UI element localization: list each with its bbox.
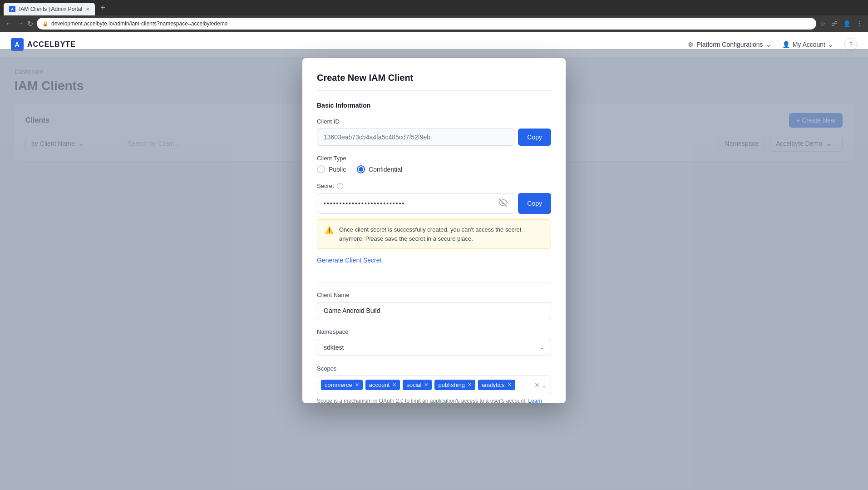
my-account-chevron: ⌄	[828, 41, 833, 48]
radio-public-label: Public	[329, 166, 346, 172]
gear-icon: ⚙	[688, 41, 694, 48]
logo-text: ACCELBYTE	[27, 40, 76, 49]
tab-title: IAM Clients | Admin Portal	[19, 6, 82, 12]
platform-configs-btn[interactable]: ⚙ Platform Configurations ⌄	[688, 41, 771, 48]
user-icon: 👤	[782, 41, 790, 48]
new-tab-btn[interactable]: +	[97, 3, 109, 13]
platform-configs-chevron: ⌄	[766, 41, 771, 48]
tab-close-icon[interactable]: ✕	[86, 7, 89, 12]
radio-public-circle	[317, 165, 325, 172]
reload-btn[interactable]: ↻	[27, 20, 33, 28]
client-id-label: Client ID	[317, 118, 551, 125]
extensions-icon[interactable]: ☍	[831, 20, 838, 27]
profile-icon[interactable]: 👤	[843, 20, 851, 27]
radio-confidential-label: Confidential	[369, 166, 402, 172]
address-text: development.accelbyte.io/admin/iam-clien…	[51, 20, 228, 27]
basic-info-title: Basic Information	[317, 102, 551, 109]
address-bar-row: ← → ↻ 🔒 development.accelbyte.io/admin/i…	[0, 15, 868, 32]
client-id-input[interactable]	[317, 129, 514, 146]
help-icon: ?	[849, 41, 852, 48]
active-tab[interactable]: A IAM Clients | Admin Portal ✕	[4, 3, 95, 15]
bookmark-icon[interactable]: ☆	[820, 20, 826, 27]
client-id-field: Client ID Copy	[317, 118, 551, 146]
client-type-field: Client Type Public Confidential	[317, 155, 551, 172]
platform-configs-label: Platform Configurations	[696, 41, 763, 48]
modal-title: Create New IAM Client	[317, 73, 551, 91]
radio-confidential-circle	[357, 165, 365, 172]
lock-icon: 🔒	[42, 21, 49, 27]
tab-bar: A IAM Clients | Admin Portal ✕ +	[0, 0, 868, 15]
menu-icon[interactable]: ⋮	[856, 20, 863, 27]
radio-dot	[359, 167, 363, 172]
my-account-btn[interactable]: 👤 My Account ⌄	[782, 41, 833, 48]
radio-public[interactable]: Public	[317, 165, 346, 172]
radio-confidential[interactable]: Confidential	[357, 165, 402, 172]
my-account-label: My Account	[793, 41, 825, 48]
copy-client-id-btn[interactable]: Copy	[518, 129, 551, 146]
modal-overlay: Create New IAM Client Basic Information …	[0, 49, 868, 172]
address-bar[interactable]: 🔒 development.accelbyte.io/admin/iam-cli…	[37, 18, 816, 30]
modal: Create New IAM Client Basic Information …	[302, 58, 566, 172]
back-btn[interactable]: ←	[5, 20, 13, 28]
tab-favicon: A	[9, 6, 15, 12]
toolbar-icons: ☆ ☍ 👤 ⋮	[820, 20, 863, 27]
radio-group: Public Confidential	[317, 165, 551, 172]
forward-btn[interactable]: →	[16, 20, 24, 28]
client-id-input-row: Copy	[317, 129, 551, 146]
client-type-label: Client Type	[317, 155, 551, 162]
